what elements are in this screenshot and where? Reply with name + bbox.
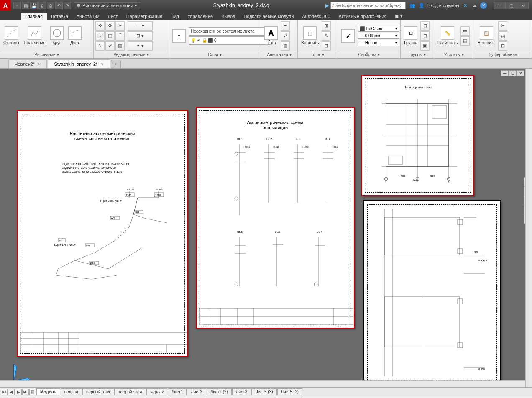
linetype-dropdown[interactable]: — Непре...▾ (358, 40, 399, 46)
panel-layers-title[interactable]: Слои ▾ (171, 51, 259, 57)
edit-block-icon[interactable]: ✎ (322, 31, 331, 41)
group-edit-icon[interactable]: ⊡ (420, 31, 430, 41)
help-icon[interactable]: ? (480, 2, 487, 9)
qat-new-icon[interactable]: ▫ (13, 2, 21, 9)
scale-icon[interactable]: ⤢ (105, 41, 115, 51)
tab-home[interactable]: Главная (21, 13, 47, 20)
stretch-icon[interactable]: ⇲ (95, 41, 105, 51)
paste-button[interactable]: 📋Вставить (476, 26, 497, 46)
qat-saveas-icon[interactable]: ⎙ (38, 2, 46, 9)
layout-tab[interactable]: Лист2 (2) (207, 388, 232, 395)
layout-tab-model[interactable]: Модель (36, 388, 60, 395)
tab-view[interactable]: Вид (166, 13, 183, 20)
close-button[interactable]: ✕ (517, 2, 529, 9)
layout-tab[interactable]: Лист5 (2) (277, 388, 302, 395)
vertical-scrollbar[interactable] (525, 69, 532, 387)
mirror-icon[interactable]: ◫ (105, 31, 115, 41)
circle-button[interactable]: Круг (49, 26, 65, 46)
close-icon[interactable]: × (38, 61, 41, 66)
measure-button[interactable]: 📏Разметить (436, 26, 459, 46)
group-sel-icon[interactable]: ▣ (420, 41, 430, 51)
infocenter-icon[interactable]: 👥 (409, 2, 416, 9)
dim-icon[interactable]: ⊢ (281, 21, 290, 31)
layout-tab[interactable]: Лист1 (168, 388, 187, 395)
search-input[interactable] (330, 2, 406, 9)
leader-icon[interactable]: ↗ (281, 31, 290, 41)
qat-plot-icon[interactable]: ⎙ (47, 2, 54, 9)
attr-icon[interactable]: ⊡ (322, 41, 331, 51)
close-icon[interactable]: × (101, 61, 103, 66)
offset-icon[interactable]: ⊡ ▾ (128, 31, 153, 41)
trim-icon[interactable]: ✂ (115, 21, 125, 31)
panel-props-title[interactable]: Свойства ▾ (340, 51, 399, 57)
calc-icon[interactable]: ▤ (460, 36, 470, 46)
insert-block-button[interactable]: ⬚Вставить (299, 26, 320, 46)
cloud-icon[interactable]: ☁ (471, 2, 478, 9)
ltab-last-icon[interactable]: ⏭ (22, 389, 29, 395)
panel-draw-title[interactable]: Рисование ▾ (2, 51, 92, 57)
layout-tab[interactable]: Лист5 (3) (251, 388, 276, 395)
tab-annotate[interactable]: Аннотации (72, 13, 104, 20)
fillet-icon[interactable]: ⌒ (115, 31, 125, 41)
vp-close-button[interactable]: ✕ (517, 70, 524, 76)
polyline-button[interactable]: Полилиния (22, 26, 47, 46)
layerstate-dropdown[interactable]: Несохраненное состояние листа▾ (189, 27, 272, 36)
extend-icon[interactable]: — ▾ (128, 21, 153, 31)
lineweight-dropdown[interactable]: — 0.09 мм▾ (358, 33, 399, 39)
minimize-button[interactable]: — (494, 2, 505, 9)
file-tab-1[interactable]: Чертеж2*× (8, 59, 47, 68)
panel-groups-title[interactable]: Группы ▾ (402, 51, 432, 57)
vp-max-button[interactable]: ▢ (509, 70, 517, 76)
panel-modify-title[interactable]: Редактирование ▾ (95, 51, 167, 57)
new-tab-button[interactable]: + (111, 60, 121, 68)
file-tab-2[interactable]: Styazhkin_andrey_2*× (48, 59, 110, 68)
tab-plugins[interactable]: Подключаемые модули (239, 13, 298, 20)
ltab-first-icon[interactable]: ⏮ (1, 389, 8, 395)
horizontal-scrollbar[interactable] (0, 380, 525, 387)
layer-props-button[interactable]: ≡ (171, 28, 187, 43)
tab-a360[interactable]: Autodesk 360 (298, 13, 334, 20)
panel-block-title[interactable]: Блок ▾ (299, 51, 336, 57)
app-icon[interactable]: A (0, 0, 11, 11)
ungroup-icon[interactable]: ⊟ (420, 21, 430, 31)
paste-spec-icon[interactable]: ⊡ (498, 41, 507, 51)
text-button[interactable]: AТекст (263, 26, 279, 46)
layout-tab[interactable]: второй этаж (115, 388, 146, 395)
copy-clip-icon[interactable]: ⿻ (498, 31, 507, 41)
copy-icon[interactable]: ⿻ (95, 31, 105, 41)
tab-focus-icon[interactable]: ▣ ▾ (391, 12, 407, 20)
qat-save-icon[interactable]: 💾 (30, 2, 38, 9)
qat-redo-icon[interactable]: ↷ (64, 2, 71, 9)
layout-tab[interactable]: подвал (61, 388, 82, 395)
group-button[interactable]: ⊞Группа (402, 26, 419, 46)
move-icon[interactable]: ✥ (95, 21, 105, 31)
ltab-next-icon[interactable]: ▶ (15, 389, 22, 395)
drawing-canvas[interactable]: — ▢ ✕ Расчетная аксонометрическая схема … (0, 69, 532, 387)
exchange-icon[interactable]: ✕ (462, 2, 468, 9)
vp-min-button[interactable]: — (501, 70, 509, 76)
panel-annot-title[interactable]: Аннотации ▾ (263, 51, 296, 57)
signin-label[interactable]: Вход в службы (427, 3, 459, 8)
layout-tab[interactable]: первый этаж (82, 388, 115, 395)
line-button[interactable]: Отрезок (2, 26, 21, 46)
layer-dropdown[interactable]: 💡 ☀ 🔓 ⬛ 0▾ (189, 36, 272, 45)
workspace-dropdown[interactable]: ⚙ Рисование и аннотации ▾ (74, 2, 140, 9)
create-block-icon[interactable]: ⊞ (322, 21, 331, 31)
tab-layout[interactable]: Лист (104, 13, 122, 20)
match-props-button[interactable]: 🖌 (340, 28, 356, 43)
layout-tab[interactable]: чердак (146, 388, 167, 395)
tab-express[interactable]: Активные приложения (335, 13, 391, 20)
array-icon[interactable]: ▦ (115, 41, 125, 51)
table-icon[interactable]: ▦ (281, 41, 290, 51)
tab-output[interactable]: Вывод (217, 13, 239, 20)
panel-utils-title[interactable]: Утилиты ▾ (436, 51, 472, 57)
rotate-icon[interactable]: ⟳ (105, 21, 115, 31)
tab-parametric[interactable]: Параметризация (122, 13, 166, 20)
ltab-prev-icon[interactable]: ◀ (8, 389, 15, 395)
layout-tab[interactable]: Лист2 (187, 388, 206, 395)
layout-tab[interactable]: Лист3 (232, 388, 251, 395)
explode-icon[interactable]: ✦ ▾ (128, 41, 153, 51)
arc-button[interactable]: Дуга (66, 26, 83, 46)
ltab-list-icon[interactable]: ⊞ (29, 389, 36, 395)
search-play-icon[interactable]: ▶ (325, 3, 329, 8)
